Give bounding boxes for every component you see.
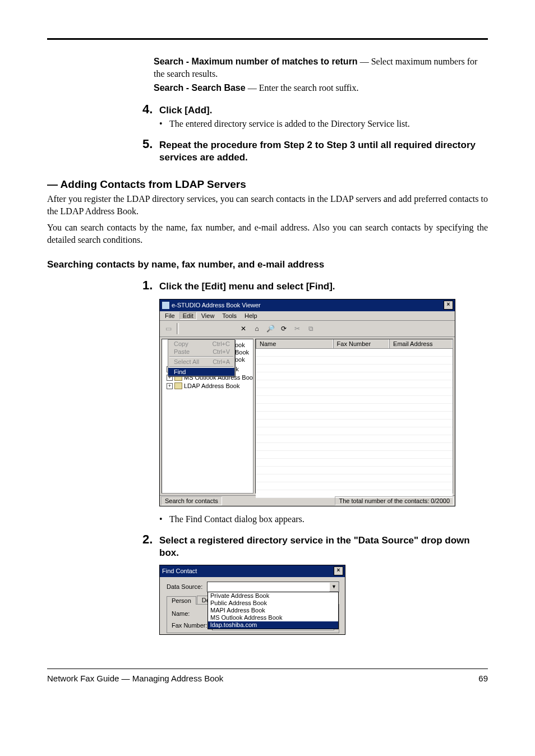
- step-4-number: 4.: [142, 102, 159, 117]
- edit-select-all[interactable]: Select AllCtrl+A: [168, 358, 234, 366]
- ds-option-ldap[interactable]: ldap.toshiba.com: [208, 621, 338, 629]
- step-5-number: 5.: [142, 137, 159, 151]
- col-name[interactable]: Name: [256, 339, 333, 348]
- toolbar-delete-icon[interactable]: ✕: [237, 322, 250, 335]
- list-rows[interactable]: [256, 349, 453, 498]
- ds-option-public[interactable]: Public Address Book: [208, 600, 338, 607]
- footer-left: Network Fax Guide — Managing Address Boo…: [47, 674, 223, 683]
- data-source-list: Private Address Book Public Address Book…: [207, 592, 339, 629]
- find-body: Data Source: ▼ Private Address Book Publ…: [160, 577, 345, 634]
- abv-title: e-STUDIO Address Book Viewer: [172, 302, 261, 308]
- close-button[interactable]: ×: [444, 301, 453, 310]
- figure-address-book-viewer: e-STUDIO Address Book Viewer × File Edit…: [159, 299, 488, 506]
- proc-step-2: 2. Select a registered directory service…: [142, 532, 488, 559]
- bullet-icon: •: [159, 119, 169, 129]
- proc-step-1-bullet-text: The Find Contact dialog box appears.: [169, 514, 305, 524]
- step-5-text: Repeat the procedure from Step 2 to Step…: [159, 139, 488, 164]
- search-max-label: Search - Maximum number of matches to re…: [154, 57, 358, 66]
- proc-step-2-number: 2.: [142, 532, 159, 547]
- status-left: Search for contacts: [161, 496, 222, 505]
- edit-copy[interactable]: CopyCtrl+C: [168, 340, 234, 348]
- abv-window: e-STUDIO Address Book Viewer × File Edit…: [159, 299, 455, 506]
- intro-block: Search - Maximum number of matches to re…: [154, 56, 488, 94]
- find-name-label: Name:: [172, 610, 212, 617]
- menu-view[interactable]: View: [198, 312, 218, 320]
- abv-menubar: File Edit View Tools Help: [160, 311, 455, 321]
- step-4-bullet: • The entered directory service is added…: [159, 119, 488, 129]
- tree-ldap-label: LDAP Address Book: [184, 382, 239, 390]
- app-icon: [162, 302, 169, 309]
- section-heading: — Adding Contacts from LDAP Servers: [47, 178, 488, 191]
- tree-ldap[interactable]: + LDAP Address Book: [167, 382, 253, 390]
- edit-sep-1: [169, 356, 233, 357]
- edit-paste[interactable]: PasteCtrl+V: [168, 348, 234, 356]
- toolbar-properties-icon[interactable]: ⌂: [251, 322, 263, 335]
- edit-sep-2: [169, 366, 233, 367]
- col-fax[interactable]: Fax Number: [333, 339, 390, 348]
- find-title: Find Contact: [162, 568, 197, 574]
- toolbar-new-icon[interactable]: ▭: [162, 322, 174, 335]
- toolbar-cut-icon[interactable]: ✂: [291, 322, 303, 335]
- search-base-label: Search - Search Base: [154, 83, 246, 93]
- subheading: Searching contacts by name, fax number, …: [47, 259, 488, 270]
- section-p2: You can search contacts by the name, fax…: [47, 222, 488, 246]
- bullet-icon: •: [159, 514, 169, 524]
- dropdown-arrow-icon[interactable]: ▼: [329, 582, 339, 592]
- tab-person[interactable]: Person: [167, 596, 196, 605]
- footer: Network Fax Guide — Managing Address Boo…: [47, 669, 488, 683]
- edit-find[interactable]: Find: [168, 368, 234, 376]
- abv-tree[interactable]: CopyCtrl+C PasteCtrl+V Select AllCtrl+A …: [162, 339, 253, 494]
- step-4-bullet-text: The entered directory service is added t…: [169, 119, 410, 129]
- toolbar-sep: [177, 323, 179, 334]
- edit-dropdown: CopyCtrl+C PasteCtrl+V Select AllCtrl+A …: [168, 339, 235, 376]
- ds-option-mapi[interactable]: MAPI Address Book: [208, 607, 338, 614]
- footer-page-number: 69: [478, 674, 488, 683]
- find-dialog: Find Contact × Data Source: ▼ Private Ad…: [159, 565, 345, 635]
- toolbar-copy-icon[interactable]: ⧉: [305, 322, 317, 335]
- ds-option-outlook[interactable]: MS Outlook Address Book: [208, 614, 338, 621]
- find-fax-label: Fax Number:: [172, 622, 212, 629]
- menu-edit[interactable]: Edit: [179, 312, 197, 320]
- figure-find-contact: Find Contact × Data Source: ▼ Private Ad…: [159, 565, 488, 635]
- search-base-text: — Enter the search root suffix.: [246, 83, 359, 93]
- abv-list: Name Fax Number Email Address: [255, 339, 453, 494]
- folder-icon: [174, 382, 182, 389]
- data-source-combo[interactable]: ▼ Private Address Book Public Address Bo…: [207, 582, 339, 592]
- menu-tools[interactable]: Tools: [219, 312, 240, 320]
- abv-titlebar[interactable]: e-STUDIO Address Book Viewer ×: [160, 299, 455, 311]
- step-4: 4. Click [Add].: [142, 102, 488, 117]
- col-email[interactable]: Email Address: [389, 339, 453, 348]
- toolbar-find-icon[interactable]: 🔎: [264, 322, 276, 335]
- tree-peek: ook Book ook: [235, 342, 249, 363]
- proc-step-1-number: 1.: [142, 278, 159, 293]
- menu-file[interactable]: File: [162, 312, 178, 320]
- menu-help[interactable]: Help: [241, 312, 261, 320]
- proc-step-1-bullet: • The Find Contact dialog box appears.: [159, 514, 488, 524]
- proc-step-1-text: Click the [Edit] menu and select [Find].: [159, 280, 335, 293]
- abv-toolbar: ▭ ✕ ⌂ 🔎 ⟳ ✂ ⧉: [160, 321, 455, 337]
- ds-option-private[interactable]: Private Address Book: [208, 592, 338, 600]
- list-header: Name Fax Number Email Address: [256, 339, 453, 349]
- step-5: 5. Repeat the procedure from Step 2 to S…: [142, 137, 488, 164]
- step-4-text: Click [Add].: [159, 104, 212, 117]
- proc-step-1: 1. Click the [Edit] menu and select [Fin…: [142, 278, 488, 293]
- section-p1: After you register the LDAP directory se…: [47, 193, 488, 217]
- find-titlebar[interactable]: Find Contact ×: [160, 565, 345, 577]
- toolbar-spacer: [181, 322, 236, 335]
- toolbar-refresh-icon[interactable]: ⟳: [278, 322, 290, 335]
- status-right: The total number of the contacts: 0/2000: [335, 496, 454, 505]
- find-close-button[interactable]: ×: [334, 566, 343, 575]
- abv-body: CopyCtrl+C PasteCtrl+V Select AllCtrl+A …: [160, 337, 455, 495]
- proc-step-2-text: Select a registered directory service in…: [159, 534, 488, 559]
- expand-icon[interactable]: +: [167, 383, 173, 389]
- top-rule: [47, 38, 488, 40]
- data-source-label: Data Source:: [167, 583, 207, 590]
